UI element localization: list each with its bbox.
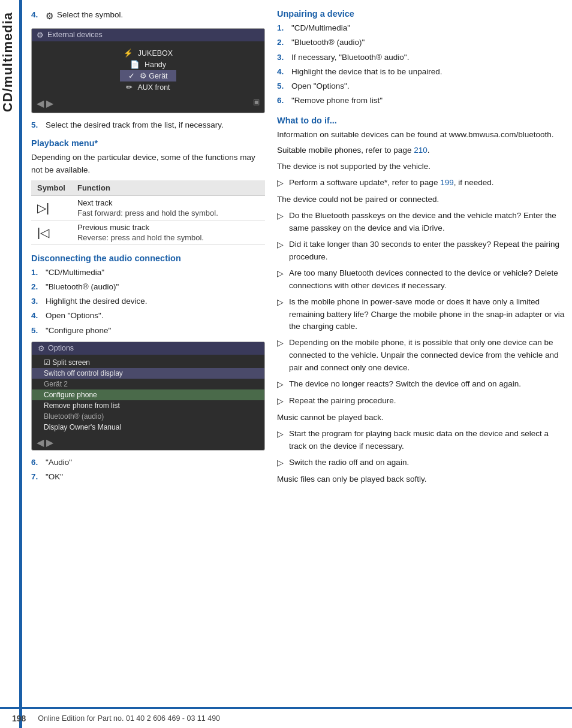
disconnect-step-3-num: 3.	[31, 295, 42, 307]
unpair-step-1-num: 1.	[277, 22, 288, 34]
unpair-step-5: 5. Open "Options".	[277, 80, 566, 92]
unpair-step-4-text: Highlight the device that is to be unpai…	[291, 66, 442, 78]
arrow-icon: ▷	[277, 210, 285, 235]
unpair-step-3-num: 3.	[277, 52, 288, 64]
menu-aux: ✏AUX front	[118, 81, 178, 93]
disconnect-step-5-num: 5.	[31, 325, 42, 337]
bullet-start-program: ▷ Start the program for playing back mus…	[277, 428, 566, 453]
step-7-text: "OK"	[46, 471, 63, 483]
check-icon: ✓	[128, 72, 135, 80]
arrow-icon: ▷	[277, 337, 285, 374]
opt-bluetooth-audio: Bluetooth® (audio)	[32, 411, 264, 422]
func-prev-main: Previous music track	[77, 223, 259, 232]
disconnect-step-2-text: "Bluetooth® (audio)"	[46, 281, 119, 293]
jukebox-icon: ⚡	[124, 49, 133, 58]
step-5-text: Select the desired track from the list, …	[46, 119, 224, 131]
arrow-icon: ▷	[277, 395, 285, 408]
left-bar	[19, 0, 22, 728]
device-title-bar: ⚙ External devices	[32, 29, 264, 41]
table-row: ▷| Next track Fast forward: press and ho…	[31, 195, 265, 220]
page-199: 199	[440, 178, 454, 187]
func-prev: Previous music track Reverse: press and …	[71, 220, 265, 244]
col-function: Function	[71, 180, 265, 196]
unpair-step-3: 3. If necessary, "Bluetooth® audio".	[277, 52, 566, 64]
sidebar-text: CD/multimedia	[0, 12, 17, 112]
unpair-step-6-text: "Remove phone from list"	[291, 95, 383, 107]
what-to-do-heading: What to do if...	[277, 116, 566, 125]
opt-nav-arrows: ◀ ▶	[37, 437, 53, 448]
opt-split-screen: ☑ Split screen	[32, 357, 264, 368]
opt-configure-phone: Configure phone	[32, 389, 264, 400]
bullet-repeat-text: Repeat the pairing procedure.	[289, 395, 396, 408]
intro2-text: Suitable mobile phones, refer to page	[277, 146, 414, 155]
options-title: ⚙ Options	[32, 342, 264, 355]
disconnect-step-1-num: 1.	[31, 267, 42, 279]
disconnect-step-4-text: Open "Options".	[46, 310, 104, 322]
bullet-no-react: ▷ The device no longer reacts? Switch th…	[277, 378, 566, 391]
func-next-main: Next track	[77, 198, 259, 207]
checkbox-icon: ☑	[44, 358, 50, 367]
disconnect-step-1-text: "CD/Multimedia"	[46, 267, 104, 279]
table-row: |◁ Previous music track Reverse: press a…	[31, 220, 265, 244]
main-content: 4. ⚙ Select the symbol. ⚙ External devic…	[25, 0, 572, 502]
func-next-sub: Fast forward: press and hold the symbol.	[77, 209, 259, 218]
bullet-power-save: ▷ Is the mobile phone in power-save mode…	[277, 296, 566, 334]
arrow-icon: ▷	[277, 457, 285, 470]
step-4-icon: ⚙	[46, 10, 53, 23]
arrow-icon: ▷	[277, 268, 285, 292]
unpair-step-2: 2. "Bluetooth® (audio)"	[277, 37, 566, 49]
step-7: 7. "OK"	[31, 471, 265, 483]
step-7-num: 7.	[31, 471, 42, 483]
gear-icon: ⚙	[140, 72, 147, 80]
unpair-step-1-text: "CD/Multimedia"	[291, 22, 350, 34]
disconnect-step-4: 4. Open "Options".	[31, 310, 265, 322]
bullet-passkey-text: Do the Bluetooth passkeys on the device …	[289, 210, 566, 235]
bullet-software-text: Perform a software update*, refer to pag…	[289, 177, 493, 190]
func-next: Next track Fast forward: press and hold …	[71, 195, 265, 220]
music-cannot: Music cannot be played back.	[277, 412, 566, 424]
step-4-num: 4.	[31, 9, 42, 23]
playback-heading: Playback menu*	[31, 138, 265, 148]
aux-icon: ✏	[126, 83, 133, 92]
disconnect-step-5-text: "Configure phone"	[46, 325, 111, 337]
disconnect-step-2-num: 2.	[31, 281, 42, 293]
step-6-num: 6.	[31, 457, 42, 469]
arrow-icon: ▷	[277, 297, 285, 334]
options-screenshot: ⚙ Options ☑ Split screen Switch off cont…	[31, 342, 265, 451]
table-header: Symbol Function	[31, 180, 265, 196]
opt-display-manual: Display Owner's Manual	[32, 422, 264, 433]
left-column: 4. ⚙ Select the symbol. ⚙ External devic…	[31, 9, 265, 490]
step-4: 4. ⚙ Select the symbol.	[31, 9, 265, 23]
symbol-prev: |◁	[31, 220, 71, 244]
unpair-step-2-num: 2.	[277, 37, 288, 49]
disconnect-step-2: 2. "Bluetooth® (audio)"	[31, 281, 265, 293]
device-title-text: External devices	[47, 31, 103, 39]
unpair-step-5-text: Open "Options".	[291, 80, 350, 92]
arrow-icon: ▷	[277, 177, 285, 190]
what-to-do-intro2: Suitable mobile phones, refer to page 21…	[277, 144, 566, 157]
step-5: 5. Select the desired track from the lis…	[31, 119, 265, 131]
unpair-step-2-text: "Bluetooth® (audio)"	[291, 37, 365, 49]
unpairing-heading: Unpairing a device	[277, 9, 566, 19]
page-footer: 198 Online Edition for Part no. 01 40 2 …	[0, 707, 572, 728]
bullet-repeat: ▷ Repeat the pairing procedure.	[277, 395, 566, 408]
options-title-text: Options	[48, 344, 74, 352]
music-files: Music files can only be played back soft…	[277, 473, 566, 486]
step-4-text: Select the symbol.	[57, 9, 123, 23]
bullet-start-program-text: Start the program for playing back music…	[289, 428, 566, 453]
handy-icon: 📄	[130, 61, 140, 69]
bullet-software-update: ▷ Perform a software update*, refer to p…	[277, 177, 566, 190]
opt-switch-off: Switch off control display	[32, 368, 264, 379]
opt-gerat2: Gerät 2	[32, 379, 264, 389]
unpair-step-6: 6. "Remove phone from list"	[277, 95, 566, 107]
nav-left: ◀ ▶	[37, 98, 53, 109]
opt-remove-phone: Remove phone from list	[32, 400, 264, 411]
bullet-too-many-text: Are too many Bluetooth devices connected…	[289, 267, 566, 292]
bullet-switch-radio-text: Switch the radio off and on again.	[289, 457, 409, 470]
disconnect-step-4-num: 4.	[31, 310, 42, 322]
bullet-no-react-text: The device no longer reacts? Switch the …	[289, 378, 521, 391]
unpair-step-4-num: 4.	[277, 66, 288, 78]
what-to-do-intro3: The device is not supported by the vehic…	[277, 161, 566, 173]
unpair-step-4: 4. Highlight the device that is to be un…	[277, 66, 566, 78]
bullet-power-save-text: Is the mobile phone in power-save mode o…	[289, 296, 566, 334]
